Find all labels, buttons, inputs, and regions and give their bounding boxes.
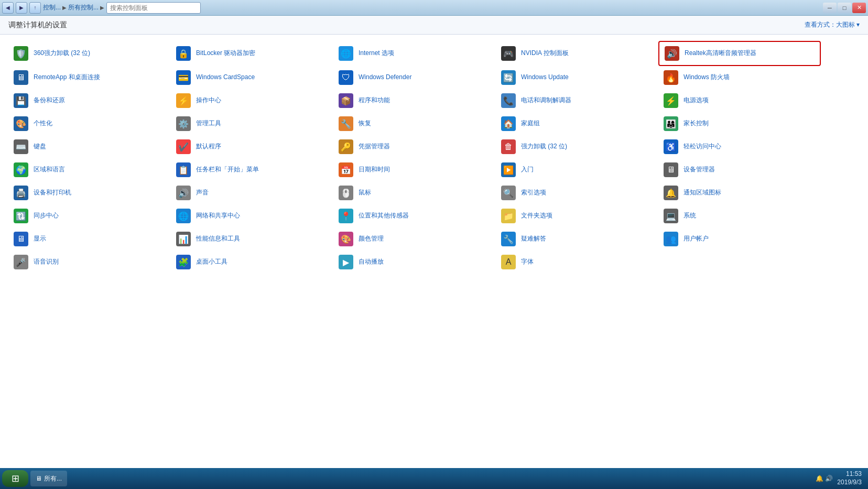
control-panel-item[interactable]: ✔️默认程序 (171, 135, 333, 158)
control-panel-item[interactable]: 🖨️设备和打印机 (8, 181, 171, 204)
control-panel-item[interactable]: 🔊Realtek高清晰音频管理器 (658, 41, 821, 66)
control-panel-item[interactable]: 👥用户帐户 (658, 227, 821, 251)
breadcrumb-item-1[interactable]: 控制... (43, 3, 61, 12)
item-icon: 📞 (500, 92, 517, 109)
control-panel-item[interactable]: 🔍索引选项 (496, 181, 658, 204)
control-panel-item[interactable]: 🖥显示 (8, 227, 171, 251)
start-button[interactable]: ⊞ (2, 470, 28, 487)
control-panel-item[interactable]: A字体 (496, 251, 658, 274)
item-label: 通知区域图标 (683, 189, 721, 197)
control-panel-item[interactable]: 🔊声音 (171, 181, 333, 204)
view-selector[interactable]: 查看方式：大图标 ▾ (805, 20, 860, 29)
item-label: 性能信息和工具 (196, 235, 240, 243)
item-label: NVIDIA 控制面板 (521, 49, 569, 58)
item-label: Windows 防火墙 (683, 73, 730, 82)
item-icon: 👨‍👩‍👧 (663, 115, 679, 132)
item-icon: 🧩 (175, 254, 192, 270)
item-icon: 🌍 (13, 161, 29, 178)
control-panel-item[interactable]: 🎤语音识别 (8, 251, 171, 274)
control-panel-item[interactable]: 🛡️360强力卸载 (32 位) (8, 41, 171, 66)
control-panel-item[interactable]: 🌍区域和语言 (8, 158, 171, 181)
item-label: 入门 (521, 166, 534, 174)
control-panel-item[interactable]: 🔄Windows Update (496, 66, 658, 89)
search-input[interactable] (106, 2, 201, 14)
close-button[interactable]: ✕ (852, 3, 866, 13)
control-panel-item[interactable]: 🎨个性化 (8, 112, 171, 135)
minimize-button[interactable]: ─ (823, 3, 837, 13)
control-panel-item[interactable]: 🗑强力卸载 (32 位) (496, 135, 658, 158)
item-label: 疑难解答 (521, 235, 546, 243)
item-icon: 🏠 (500, 115, 517, 132)
item-label: Realtek高清晰音频管理器 (685, 49, 756, 58)
control-panel-item[interactable]: 📞电话和调制解调器 (496, 89, 658, 112)
item-icon: 🔧 (338, 115, 354, 132)
system-tray: 🔔 🔊 (816, 475, 833, 482)
item-label: 默认程序 (196, 143, 221, 151)
control-panel-item[interactable]: 💳Windows CardSpace (171, 66, 333, 89)
item-icon: ✔️ (175, 138, 192, 155)
control-panel-item[interactable]: 🖱️鼠标 (333, 181, 496, 204)
control-panel-item[interactable]: 🧩桌面小工具 (171, 251, 333, 274)
nav-up-button[interactable]: ↑ (29, 2, 41, 14)
control-panel-item[interactable]: 🏠家庭组 (496, 112, 658, 135)
control-panel-item[interactable]: 🔥Windows 防火墙 (658, 66, 821, 89)
control-panel-item[interactable]: 🔧疑难解答 (496, 227, 658, 251)
control-panel-item[interactable]: ♿轻松访问中心 (658, 135, 821, 158)
control-panel-item[interactable]: 🎨颜色管理 (333, 227, 496, 251)
control-panel-item[interactable]: 📦程序和功能 (333, 89, 496, 112)
item-label: 电话和调制解调器 (521, 96, 571, 105)
item-icon: 🖥 (13, 69, 29, 86)
control-panel-item[interactable]: 👨‍👩‍👧家长控制 (658, 112, 821, 135)
control-panel-item[interactable]: 🎮NVIDIA 控制面板 (496, 41, 658, 66)
item-icon: 🔑 (338, 138, 354, 155)
control-panel-item[interactable]: 🌐网络和共享中心 (171, 204, 333, 227)
taskbar-open-item[interactable]: 🖥 所有... (30, 471, 67, 486)
control-panel-item[interactable]: 🖥RemoteApp 和桌面连接 (8, 66, 171, 89)
control-panel-item[interactable]: ▶️入门 (496, 158, 658, 181)
item-label: 键盘 (34, 143, 46, 151)
item-icon: ⚙️ (175, 115, 192, 132)
control-panel-item[interactable]: 📊性能信息和工具 (171, 227, 333, 251)
control-panel-item[interactable]: ⚡操作中心 (171, 89, 333, 112)
item-label: 系统 (683, 212, 696, 220)
control-panel-item[interactable]: 🔒BitLocker 驱动器加密 (171, 41, 333, 66)
control-panel-item[interactable]: ⚡电源选项 (658, 89, 821, 112)
item-icon: 📋 (175, 161, 192, 178)
item-icon: 📊 (175, 231, 192, 247)
maximize-button[interactable]: □ (838, 3, 851, 13)
taskbar-item-icon: 🖥 (36, 475, 42, 482)
control-panel-item[interactable]: 🛡Windows Defender (333, 66, 496, 89)
control-panel-item[interactable]: ⚙️管理工具 (171, 112, 333, 135)
control-panel-item[interactable]: 🖥设备管理器 (658, 158, 821, 181)
item-icon: 📦 (338, 92, 354, 109)
item-label: 网络和共享中心 (196, 212, 240, 220)
item-icon: 🖥 (13, 231, 29, 247)
breadcrumb-sep-1: ▶ (62, 5, 67, 10)
breadcrumb: 控制... ▶ 所有控制... ▶ (43, 3, 104, 12)
item-icon: ▶ (338, 254, 354, 270)
clock-date: 2019/9/3 (837, 479, 862, 487)
item-label: 区域和语言 (34, 166, 65, 174)
control-panel-item[interactable]: 📁文件夹选项 (496, 204, 658, 227)
control-panel-item[interactable]: ▶自动播放 (333, 251, 496, 274)
item-label: 操作中心 (196, 96, 221, 105)
control-panel-item[interactable]: 🔑凭据管理器 (333, 135, 496, 158)
nav-forward-button[interactable]: ▶ (16, 2, 27, 14)
item-label: 字体 (521, 258, 534, 266)
control-panel-item[interactable]: 🔧恢复 (333, 112, 496, 135)
nav-back-button[interactable]: ◀ (2, 2, 14, 14)
item-icon: 👥 (663, 231, 679, 247)
control-panel-item[interactable]: 🔃同步中心 (8, 204, 171, 227)
control-panel-item[interactable]: 📍位置和其他传感器 (333, 204, 496, 227)
control-panel-item[interactable]: 💾备份和还原 (8, 89, 171, 112)
breadcrumb-item-2[interactable]: 所有控制... (68, 3, 99, 12)
control-panel-item[interactable]: 🌐Internet 选项 (333, 41, 496, 66)
item-label: 日期和时间 (359, 166, 390, 174)
control-panel-item[interactable]: 📋任务栏和「开始」菜单 (171, 158, 333, 181)
control-panel-item[interactable]: 💻系统 (658, 204, 821, 227)
item-icon: A (500, 254, 517, 270)
control-panel-item[interactable]: ⌨️键盘 (8, 135, 171, 158)
control-panel-item[interactable]: 📅日期和时间 (333, 158, 496, 181)
item-label: 家长控制 (683, 119, 709, 128)
control-panel-item[interactable]: 🔔通知区域图标 (658, 181, 821, 204)
